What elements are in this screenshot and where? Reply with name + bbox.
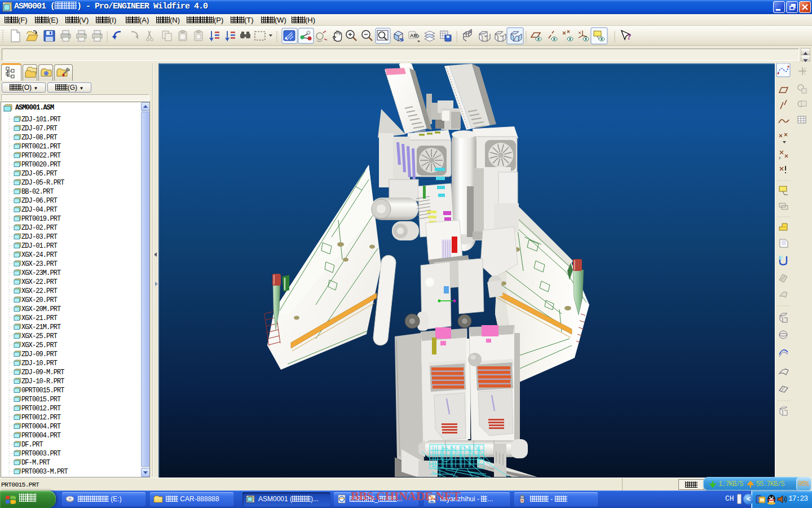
svg-text:XGX-25.PRT: XGX-25.PRT bbox=[21, 341, 58, 349]
svg-text:PRT0015.PRT: PRT0015.PRT bbox=[21, 396, 61, 404]
svg-text:PRT0019.PRT: PRT0019.PRT bbox=[21, 215, 61, 223]
svg-text:ZDJ-06.PRT: ZDJ-06.PRT bbox=[21, 197, 58, 205]
svg-text:XGX-22.PRT: XGX-22.PRT bbox=[21, 287, 58, 295]
svg-text:XGX-20.PRT: XGX-20.PRT bbox=[21, 296, 58, 304]
svg-text:ZDJ-09.PRT: ZDJ-09.PRT bbox=[21, 351, 58, 358]
svg-text:?: ? bbox=[627, 32, 632, 41]
svg-text:DF-M.PRT: DF-M.PRT bbox=[21, 459, 50, 467]
svg-text:ZDJ-01.PRT: ZDJ-01.PRT bbox=[21, 242, 58, 250]
svg-text:XGX-21.PRT: XGX-21.PRT bbox=[21, 314, 58, 322]
svg-text:ZDJ-02.PRT: ZDJ-02.PRT bbox=[21, 224, 58, 232]
svg-text:XGX-23.PRT: XGX-23.PRT bbox=[21, 260, 58, 268]
svg-text:PRT0003-M.PRT: PRT0003-M.PRT bbox=[21, 468, 68, 476]
svg-text:PRT0012.PRT: PRT0012.PRT bbox=[21, 405, 61, 413]
svg-text:z: z bbox=[779, 156, 781, 160]
svg-text:PRT0022.PRT: PRT0022.PRT bbox=[21, 152, 61, 160]
svg-text:XGX-22.PRT: XGX-22.PRT bbox=[21, 278, 58, 286]
svg-text:ZDJ-07.PRT: ZDJ-07.PRT bbox=[21, 125, 58, 133]
svg-text:ZDJ-10-R.PRT: ZDJ-10-R.PRT bbox=[21, 378, 64, 386]
svg-text:ZDJ-05.PRT: ZDJ-05.PRT bbox=[21, 170, 58, 178]
svg-text:ZDJ-101.PRT: ZDJ-101.PRT bbox=[21, 116, 61, 124]
svg-text:XGX-21M.PRT: XGX-21M.PRT bbox=[21, 323, 61, 331]
svg-text:XGX-20M.PRT: XGX-20M.PRT bbox=[21, 305, 61, 313]
svg-text:ZDJ-04.PRT: ZDJ-04.PRT bbox=[21, 206, 58, 214]
svg-text:XGX-24.PRT: XGX-24.PRT bbox=[21, 251, 58, 259]
svg-text:XGX-25.PRT: XGX-25.PRT bbox=[21, 332, 58, 340]
svg-text:PRT0012.PRT: PRT0012.PRT bbox=[21, 414, 61, 422]
svg-text:DF.PRT: DF.PRT bbox=[21, 441, 43, 449]
svg-text:ZDJ-03.PRT: ZDJ-03.PRT bbox=[21, 233, 58, 241]
svg-text:ZDJ-08.PRT: ZDJ-08.PRT bbox=[21, 134, 58, 142]
svg-text:0PRT0015.PRT: 0PRT0015.PRT bbox=[21, 387, 64, 395]
svg-text:AB: AB bbox=[410, 33, 417, 38]
svg-text:ZDJ-05-R.PRT: ZDJ-05-R.PRT bbox=[21, 179, 64, 187]
svg-text:PRT0004.PRT: PRT0004.PRT bbox=[21, 423, 61, 431]
svg-text:BB-02.PRT: BB-02.PRT bbox=[21, 188, 54, 196]
svg-text:PRT0020.PRT: PRT0020.PRT bbox=[21, 161, 61, 169]
svg-text:ZDJ-10.PRT: ZDJ-10.PRT bbox=[21, 360, 58, 367]
svg-text:PRT0004.PRT: PRT0004.PRT bbox=[21, 432, 61, 440]
svg-text:XGX-23M.PRT: XGX-23M.PRT bbox=[21, 269, 61, 277]
svg-text:PRT0021.PRT: PRT0021.PRT bbox=[21, 143, 61, 151]
svg-text:PRT0003.PRT: PRT0003.PRT bbox=[21, 450, 61, 458]
svg-text:ZDJ-09-M.PRT: ZDJ-09-M.PRT bbox=[21, 369, 64, 376]
